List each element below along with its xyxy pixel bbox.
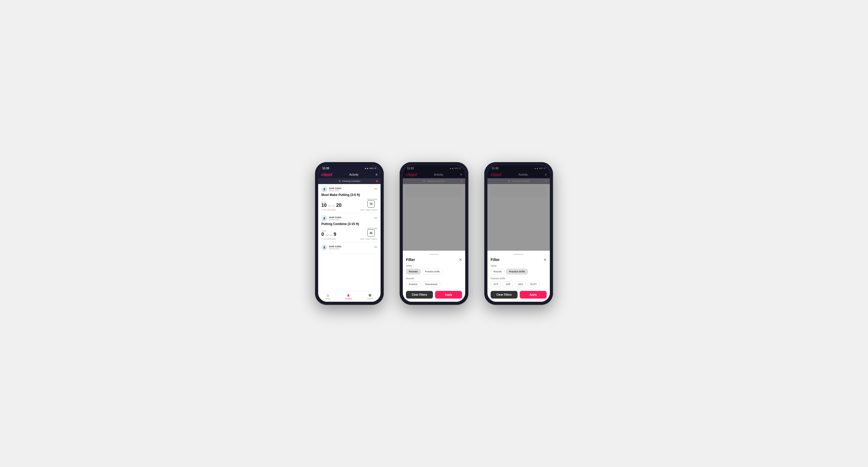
content-1: 👤 Josh Coles 28 Feb 2023 ••• Must Make P… <box>318 184 380 291</box>
user-info-2: 👤 Josh Coles 28 Feb 2023 <box>321 215 341 221</box>
chip-ott-3[interactable]: OTT <box>491 281 501 287</box>
more-dots-1[interactable]: ••• <box>374 187 377 191</box>
sheet-handle-2 <box>429 254 439 255</box>
filter-actions-2: Clear Filters Apply <box>406 291 462 299</box>
sq-badge-1: 75 <box>367 200 375 208</box>
close-filter-3[interactable]: ✕ <box>544 257 547 262</box>
chip-tournament-2[interactable]: Tournament <box>422 281 441 287</box>
sheet-handle-3 <box>514 254 523 255</box>
user-info-1: 👤 Josh Coles 28 Feb 2023 <box>321 186 341 192</box>
show-label-2: Show <box>406 264 462 267</box>
filter-sheet-2: Filter ✕ Show Rounds Practice Drills Rou… <box>403 251 465 302</box>
app-header-1: clippd Activity ≡ <box>318 171 380 178</box>
chip-rounds-3[interactable]: Rounds <box>491 269 505 275</box>
test-info-2: ℹ Test Information <box>321 238 336 240</box>
filter-title-2: Filter <box>406 257 415 262</box>
filter-header-3: Filter ✕ <box>491 257 547 262</box>
user-date-1: 28 Feb 2023 <box>329 190 341 191</box>
rounds-chips-2: Practice Tournament <box>406 281 462 287</box>
filter-overlay-3: Filter ✕ Show Rounds Practice Drills Pra… <box>488 165 550 302</box>
user-name-3: Josh Coles <box>329 245 341 248</box>
logo-1: clippd <box>321 173 332 177</box>
score-value-2: 0 <box>321 232 324 237</box>
phone-1: 11:33 ▲▲ WiFi ⊡ clippd Activity ≡ ⚙ View… <box>315 162 384 305</box>
test-info-1: ℹ Test Information <box>321 209 336 211</box>
filter-overlay-2: Filter ✕ Show Rounds Practice Drills Rou… <box>403 165 465 302</box>
nav-capture-1[interactable]: ⊕ Capture <box>367 293 373 300</box>
filter-icon-1: ⚙ <box>339 180 341 183</box>
show-label-3: Show <box>491 264 547 267</box>
chip-practice-drills-3[interactable]: Practice Drills <box>506 269 528 275</box>
capture-icon: ⊕ <box>368 293 372 297</box>
card-header-1: 👤 Josh Coles 28 Feb 2023 ••• <box>321 186 377 192</box>
avatar-2: 👤 <box>321 215 327 221</box>
avatar-1: 👤 <box>321 186 327 192</box>
stats-row-1: Score 10 OUT OF 20 Shot Quality 75 <box>321 198 377 208</box>
nav-home-1[interactable]: ⌂ Home <box>325 293 330 300</box>
nav-activities-1[interactable]: ♟ Activities <box>345 293 352 300</box>
home-icon: ⌂ <box>327 293 329 297</box>
sq-label-2: Shot Quality <box>367 227 377 229</box>
card-footer-1: ℹ Test Information Data: Clippd Capture <box>321 209 377 211</box>
data-source-1: Data: Clippd Capture <box>360 209 377 211</box>
activities-icon: ♟ <box>347 293 350 297</box>
close-filter-2[interactable]: ✕ <box>459 257 462 262</box>
chip-putt-3[interactable]: PUTT <box>528 281 540 287</box>
data-source-2: Data: Clippd Capture <box>360 238 377 240</box>
activity-title-1: Must Make Putting (3-6 ft) <box>321 193 377 197</box>
drills-chips-3: OTT APP ARG PUTT <box>491 281 547 287</box>
apply-btn-3[interactable]: Apply <box>520 291 547 299</box>
phone-3: 11:33 ▲▲ WiFi ⊡ clippd Activity ≡ ⚙ View… <box>484 162 553 305</box>
filter-actions-3: Clear Filters Apply <box>491 291 547 299</box>
shots-value-1: 20 <box>336 203 341 208</box>
clear-filters-btn-2[interactable]: Clear Filters <box>406 291 433 299</box>
avatar-3: 👤 <box>321 244 327 250</box>
clear-filters-btn-3[interactable]: Clear Filters <box>491 291 518 299</box>
stats-row-2: Score 0 OUT OF 9 Shot Quality 45 <box>321 227 377 237</box>
out-of-2: OUT OF <box>325 234 332 236</box>
notch <box>339 165 360 170</box>
user-name-2: Josh Coles <box>329 216 341 219</box>
activity-card-3: 👤 Josh Coles 28 Feb 2023 ••• <box>318 242 380 254</box>
nav-home-label: Home <box>325 298 330 300</box>
activity-card-1: 👤 Josh Coles 28 Feb 2023 ••• Must Make P… <box>318 184 380 213</box>
score-value-1: 10 <box>321 203 327 208</box>
viewing-banner-1[interactable]: ⚙ Viewing Activities <box>318 178 380 184</box>
user-name-1: Josh Coles <box>329 187 341 190</box>
shots-value-2: 9 <box>334 232 336 237</box>
user-date-3: 28 Feb 2023 <box>329 248 341 250</box>
rounds-label-2: Rounds <box>406 277 462 280</box>
more-dots-2[interactable]: ••• <box>374 216 377 220</box>
chip-app-3[interactable]: APP <box>503 281 513 287</box>
phone-1-screen: 11:33 ▲▲ WiFi ⊡ clippd Activity ≡ ⚙ View… <box>318 165 380 302</box>
phone-3-screen: 11:33 ▲▲ WiFi ⊡ clippd Activity ≡ ⚙ View… <box>488 165 550 302</box>
drills-label-3: Practice Drills <box>491 277 547 280</box>
user-info-3: 👤 Josh Coles 28 Feb 2023 <box>321 244 341 250</box>
nav-activities-label: Activities <box>345 298 352 300</box>
show-chips-2: Rounds Practice Drills <box>406 269 462 275</box>
phone-2: 11:33 ▲▲ WiFi ⊡ clippd Activity ≡ ⚙ View… <box>400 162 468 305</box>
activity-title-2: Putting Combine (3-15 ft) <box>321 222 377 226</box>
filter-sheet-3: Filter ✕ Show Rounds Practice Drills Pra… <box>488 251 550 302</box>
card-header-3: 👤 Josh Coles 28 Feb 2023 ••• <box>321 244 377 250</box>
card-header-2: 👤 Josh Coles 28 Feb 2023 ••• <box>321 215 377 221</box>
chip-practice-drills-2[interactable]: Practice Drills <box>422 269 443 275</box>
menu-icon-1[interactable]: ≡ <box>376 173 377 176</box>
apply-btn-2[interactable]: Apply <box>435 291 462 299</box>
user-date-2: 28 Feb 2023 <box>329 219 341 221</box>
more-dots-3[interactable]: ••• <box>374 245 377 249</box>
card-footer-2: ℹ Test Information Data: Clippd Capture <box>321 238 377 240</box>
sq-label-1: Shot Quality <box>367 198 377 200</box>
header-title-1: Activity <box>349 173 359 176</box>
out-of-1: OUT OF <box>328 205 335 207</box>
chip-practice-round-2[interactable]: Practice <box>406 281 421 287</box>
nav-capture-label: Capture <box>367 298 373 300</box>
activity-card-2: 👤 Josh Coles 28 Feb 2023 ••• Putting Com… <box>318 213 380 242</box>
overlay-bg-2 <box>403 165 465 251</box>
filter-header-2: Filter ✕ <box>406 257 462 262</box>
status-icons: ▲▲ WiFi ⊡ <box>365 167 376 169</box>
show-chips-3: Rounds Practice Drills <box>491 269 547 275</box>
chip-arg-3[interactable]: ARG <box>515 281 526 287</box>
chip-rounds-2[interactable]: Rounds <box>406 269 421 275</box>
status-time: 11:33 <box>322 167 329 170</box>
